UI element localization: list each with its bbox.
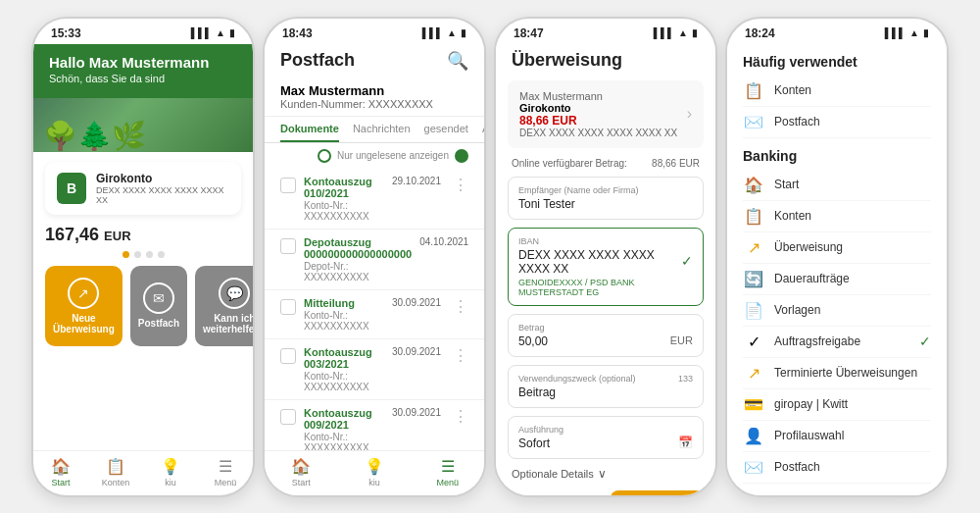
status-icons-1: ▌▌▌ ▲ ▮ — [191, 27, 235, 38]
betrag-label: Betrag — [518, 323, 693, 333]
doc-item-2[interactable]: Depotauszug 000000000000000000 Depot-Nr.… — [265, 230, 484, 290]
help-button[interactable]: 💬 Kann ich weiterhelfen? — [195, 266, 253, 346]
betrag-field[interactable]: Betrag 50,00 EUR — [508, 314, 704, 357]
konten-label-4: Konten — [774, 209, 811, 223]
iban-check-icon: ✓ — [681, 253, 693, 269]
menu-dauerauftraege[interactable]: 🔄 Daueraufträge — [743, 264, 931, 295]
doc-list: Kontoauszug 010/2021 Konto-Nr.: XXXXXXXX… — [265, 169, 484, 450]
phone-2: 18:43 ▌▌▌ ▲ ▮ Postfach 🔍 Max Mustermann … — [263, 17, 486, 497]
nav2-menu[interactable]: ☰ Menü — [411, 457, 484, 487]
nav-start-label: Start — [51, 478, 70, 487]
transfer-account-card[interactable]: Max Mustermann Girokonto 88,66 EUR DEXX … — [508, 80, 704, 148]
chevron-icon: › — [687, 105, 692, 123]
transfer-button[interactable]: ↗ Neue Überweisung — [45, 266, 122, 346]
tab-archiv[interactable]: Archiv — [482, 117, 484, 142]
menu-profilauswahl[interactable]: 👤 Profilauswahl — [743, 421, 931, 452]
menu-start[interactable]: 🏠 Start — [743, 170, 931, 201]
nav-kiu[interactable]: 💡 kiu — [143, 457, 198, 487]
iban-label: IBAN — [518, 236, 693, 246]
submit-button[interactable]: Eingaben prüfen → — [611, 490, 704, 495]
more-icon-1[interactable]: ⋮ — [449, 176, 468, 194]
kunden-nummer: Kunden-Nummer: XXXXXXXXX — [280, 98, 468, 110]
nav-menu[interactable]: ☰ Menü — [198, 457, 253, 487]
bank-name: GENOIDEXXXX / PSD BANK MUSTERSTADT EG — [518, 278, 693, 297]
checkbox-5[interactable] — [280, 409, 296, 425]
doc-info-3: Mitteilung Konto-Nr.: XXXXXXXXXX — [304, 297, 384, 332]
checkbox-2[interactable] — [280, 238, 296, 254]
menu-terminierte[interactable]: ↗ Terminierte Überweisungen — [743, 358, 931, 389]
wifi-icon-4: ▲ — [909, 27, 919, 38]
menu-konten[interactable]: 📋 Konten — [743, 201, 931, 232]
more-icon-3[interactable]: ⋮ — [449, 297, 468, 316]
dot-4 — [158, 251, 165, 258]
nav-konten[interactable]: 📋 Konten — [88, 457, 143, 487]
filter-label: Nur ungelesene anzeigen — [337, 150, 449, 161]
doc-item-4[interactable]: Kontoauszug 003/2021 Konto-Nr.: XXXXXXXX… — [265, 339, 484, 400]
tab-gesendet[interactable]: gesendet — [424, 117, 468, 142]
ueberweisung-label: Überweisung — [774, 240, 843, 254]
carousel-dots — [33, 247, 253, 266]
postfach-haeufig-label: Postfach — [774, 115, 820, 128]
doc-sub-1: Konto-Nr.: XXXXXXXXXX — [304, 200, 384, 222]
doc-info-1: Kontoauszug 010/2021 Konto-Nr.: XXXXXXXX… — [304, 176, 384, 222]
recipient-label: Empfänger (Name oder Firma) — [518, 185, 693, 195]
dot-2 — [134, 251, 141, 258]
transfer-icon: ↗ — [68, 278, 99, 309]
ausfuehrung-value: Sofort — [518, 436, 550, 450]
account-card[interactable]: B Girokonto DEXX XXXX XXXX XXXX XXXX XX — [45, 162, 241, 215]
nav-kiu-label: kiu — [165, 478, 176, 487]
nav2-start[interactable]: 🏠 Start — [265, 457, 338, 487]
menu-postfach[interactable]: ✉️ Postfach — [743, 452, 931, 484]
search-icon[interactable]: 🔍 — [447, 50, 468, 72]
optional-details[interactable]: Optionale Details ∨ — [496, 463, 715, 485]
time-3: 18:47 — [514, 26, 544, 40]
menu-ueberweisung[interactable]: ↗ Überweisung — [743, 232, 931, 264]
doc-date-2: 04.10.2021 — [419, 236, 468, 247]
account-info: Girokonto DEXX XXXX XXXX XXXX XXXX XX — [96, 172, 229, 205]
menu-vorlagen[interactable]: 📄 Vorlagen — [743, 295, 931, 327]
nav2-kiu[interactable]: 💡 kiu — [338, 457, 412, 487]
checkbox-1[interactable] — [280, 178, 296, 193]
doc-item-5[interactable]: Kontoauszug 009/2021 Konto-Nr.: XXXXXXXX… — [265, 400, 484, 450]
bottom-nav-2: 🏠 Start 💡 kiu ☰ Menü — [265, 450, 484, 495]
greeting: Hallo Max Mustermann — [49, 54, 237, 71]
menu-postfach-haeufig[interactable]: ✉️ Postfach — [743, 107, 931, 138]
battery-icon: ▮ — [229, 27, 235, 38]
iban-value: DEXX XXXX XXXX XXXX XXXX XX — [518, 248, 681, 276]
nav-start[interactable]: 🏠 Start — [33, 457, 88, 487]
more-icon-4[interactable]: ⋮ — [449, 346, 468, 365]
doc-item-3[interactable]: Mitteilung Konto-Nr.: XXXXXXXXXX 30.09.2… — [265, 290, 484, 339]
menu-giropay[interactable]: 💳 giropay | Kwitt — [743, 389, 931, 421]
checkbox-4[interactable] — [280, 348, 296, 364]
more-icon-2[interactable]: ⋮ — [476, 236, 484, 255]
account-balance: 167,46 EUR — [33, 221, 253, 247]
ausfuehrung-field[interactable]: Ausführung Sofort 📅 — [508, 416, 704, 459]
battery-icon-3: ▮ — [692, 27, 698, 38]
battery-icon-4: ▮ — [923, 27, 929, 38]
iban-field[interactable]: IBAN DEXX XXXX XXXX XXXX XXXX XX ✓ GENOI… — [508, 228, 704, 306]
postfach-button[interactable]: ✉ Postfach — [130, 266, 187, 346]
doc-date-5: 30.09.2021 — [392, 407, 441, 418]
menu-konten-haeufig[interactable]: 📋 Konten — [743, 76, 931, 107]
filter-checkbox[interactable] — [296, 149, 312, 165]
auftragsfreigabe-label: Auftragsfreigabe — [774, 334, 860, 348]
tab-dokumente[interactable]: Dokumente — [280, 117, 339, 142]
status-bar-1: 15:33 ▌▌▌ ▲ ▮ — [33, 19, 253, 44]
status-bar-2: 18:43 ▌▌▌ ▲ ▮ — [265, 19, 484, 44]
recipient-field[interactable]: Empfänger (Name oder Firma) Toni Tester — [508, 177, 704, 220]
calendar-icon: 📅 — [678, 436, 693, 449]
postfach-label-4: Postfach — [774, 460, 820, 474]
phones-container: 15:33 ▌▌▌ ▲ ▮ Hallo Max Mustermann Schön… — [0, 0, 980, 513]
vwz-field[interactable]: Verwendungszweck (optional) 133 Beitrag — [508, 365, 704, 408]
doc-item-1[interactable]: Kontoauszug 010/2021 Konto-Nr.: XXXXXXXX… — [265, 169, 484, 230]
home-icon-2: 🏠 — [291, 457, 311, 476]
wifi-icon-3: ▲ — [678, 27, 688, 38]
tab-nachrichten[interactable]: Nachrichten — [353, 117, 411, 142]
doc-sub-3: Konto-Nr.: XXXXXXXXXX — [304, 310, 384, 332]
status-icons-4: ▌▌▌ ▲ ▮ — [885, 27, 929, 38]
nav2-start-label: Start — [292, 478, 311, 487]
more-icon-5[interactable]: ⋮ — [449, 407, 468, 426]
status-icons-3: ▌▌▌ ▲ ▮ — [654, 27, 698, 38]
menu-auftragsfreigabe[interactable]: ✓ Auftragsfreigabe ✓ — [743, 327, 931, 358]
checkbox-3[interactable] — [280, 299, 296, 315]
